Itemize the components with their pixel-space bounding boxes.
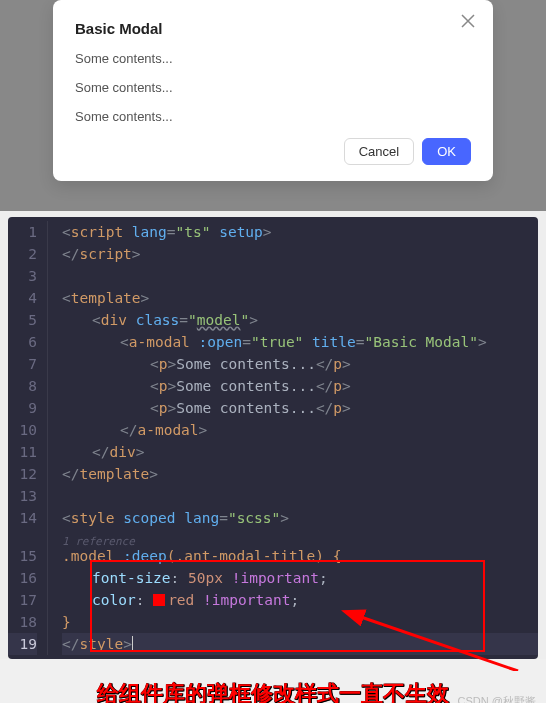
code-line: </div>: [62, 441, 538, 463]
code-line: <p>Some contents...</p>: [62, 375, 538, 397]
code-line: <p>Some contents...</p>: [62, 397, 538, 419]
cancel-button[interactable]: Cancel: [344, 138, 414, 165]
modal-backdrop: Basic Modal Some contents... Some conten…: [0, 0, 546, 211]
code-line: <template>: [62, 287, 538, 309]
modal-content: Some contents... Some contents... Some c…: [75, 51, 471, 124]
modal-dialog: Basic Modal Some contents... Some conten…: [53, 0, 493, 181]
code-line-active: </style>: [62, 633, 538, 655]
code-line: [62, 485, 538, 507]
code-line: </a-modal>: [62, 419, 538, 441]
reference-hint: 1 reference: [62, 529, 538, 545]
code-line: .model :deep(.ant-modal-title) {: [62, 545, 538, 567]
editor-container: 12345678910111213141516171819 <script la…: [0, 211, 546, 659]
line-gutter: 12345678910111213141516171819: [8, 221, 48, 655]
modal-footer: Cancel OK: [75, 138, 471, 165]
code-line: </template>: [62, 463, 538, 485]
modal-title: Basic Modal: [75, 20, 471, 37]
caption-text: 给组件库的弹框修改样式一直不生效 CSDN @秋野酱: [0, 659, 546, 703]
code-line: }: [62, 611, 538, 633]
code-line: <style scoped lang="scss">: [62, 507, 538, 529]
code-line: <a-modal :open="true" title="Basic Modal…: [62, 331, 538, 353]
code-line: </script>: [62, 243, 538, 265]
code-line: <div class="model">: [62, 309, 538, 331]
ok-button[interactable]: OK: [422, 138, 471, 165]
modal-text-1: Some contents...: [75, 51, 471, 66]
code-line: <p>Some contents...</p>: [62, 353, 538, 375]
color-swatch-icon: [153, 594, 165, 606]
code-line: <script lang="ts" setup>: [62, 221, 538, 243]
modal-text-3: Some contents...: [75, 109, 471, 124]
code-line: font-size: 50px !important;: [62, 567, 538, 589]
code-line: [62, 265, 538, 287]
code-editor[interactable]: 12345678910111213141516171819 <script la…: [8, 217, 538, 659]
code-line: color: red !important;: [62, 589, 538, 611]
watermark: CSDN @秋野酱: [458, 694, 536, 703]
code-content[interactable]: <script lang="ts" setup> </script> <temp…: [48, 221, 538, 655]
close-icon[interactable]: [461, 14, 475, 32]
modal-text-2: Some contents...: [75, 80, 471, 95]
